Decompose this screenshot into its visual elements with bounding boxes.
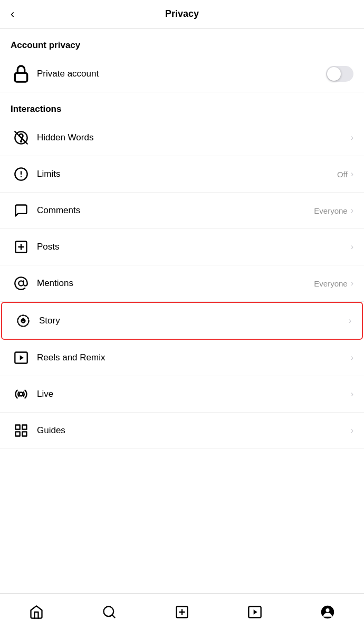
header: ‹ Privacy	[0, 0, 364, 28]
account-privacy-section-header: Account privacy	[0, 28, 364, 56]
story-item[interactable]: Story ›	[1, 302, 363, 340]
hidden-words-chevron: ›	[351, 133, 353, 142]
svg-line-21	[112, 615, 114, 617]
mentions-value: Everyone	[314, 279, 347, 288]
live-label: Live	[37, 389, 351, 399]
hidden-words-label: Hidden Words	[37, 132, 351, 143]
nav-search[interactable]	[93, 599, 125, 625]
limits-chevron: ›	[351, 169, 353, 179]
comments-chevron: ›	[351, 206, 353, 215]
svg-point-28	[325, 608, 330, 612]
mentions-chevron: ›	[351, 279, 353, 288]
comments-item[interactable]: Comments Everyone ›	[0, 193, 364, 229]
posts-label: Posts	[37, 242, 351, 252]
svg-rect-18	[16, 432, 20, 436]
search-icon	[102, 605, 117, 619]
live-item[interactable]: Live ›	[0, 376, 364, 413]
limits-item[interactable]: Limits Off ›	[0, 156, 364, 193]
story-label: Story	[39, 316, 349, 326]
guides-icon	[11, 420, 32, 441]
posts-chevron: ›	[351, 242, 353, 252]
comments-value: Everyone	[314, 206, 347, 215]
posts-item[interactable]: Posts ›	[0, 229, 364, 265]
limits-icon	[11, 164, 32, 185]
private-account-toggle[interactable]	[326, 66, 353, 82]
story-chevron: ›	[349, 316, 351, 326]
private-account-label: Private account	[37, 69, 326, 79]
hidden-words-item[interactable]: Hidden Words ›	[0, 120, 364, 156]
comments-label: Comments	[37, 205, 314, 216]
nav-profile[interactable]	[312, 599, 343, 625]
hidden-words-icon	[11, 127, 32, 148]
guides-label: Guides	[37, 425, 351, 436]
limits-value: Off	[337, 170, 348, 179]
bottom-nav	[0, 593, 364, 630]
nav-create[interactable]	[166, 599, 198, 625]
profile-icon	[320, 605, 335, 619]
back-button[interactable]: ‹	[11, 7, 14, 21]
mentions-item[interactable]: Mentions Everyone ›	[0, 265, 364, 302]
home-icon	[29, 605, 44, 619]
reels-chevron: ›	[351, 353, 353, 362]
comments-icon	[11, 200, 32, 221]
svg-rect-16	[16, 425, 20, 429]
guides-chevron: ›	[351, 426, 353, 435]
private-account-item[interactable]: Private account	[0, 56, 364, 92]
svg-marker-26	[254, 609, 257, 614]
svg-point-8	[18, 281, 23, 285]
live-chevron: ›	[351, 389, 353, 399]
reels-icon	[11, 347, 32, 368]
mentions-icon	[11, 273, 32, 294]
svg-marker-14	[20, 355, 24, 360]
svg-point-1	[21, 141, 22, 142]
reels-item[interactable]: Reels and Remix ›	[0, 340, 364, 376]
create-icon	[175, 605, 189, 619]
story-icon	[13, 310, 34, 331]
page-title: Privacy	[165, 8, 199, 20]
lock-icon	[11, 63, 32, 84]
svg-rect-19	[22, 432, 26, 436]
guides-item[interactable]: Guides ›	[0, 413, 364, 449]
svg-rect-17	[22, 425, 26, 429]
content-area: Account privacy Private account Interact…	[0, 28, 364, 491]
live-icon	[11, 384, 32, 405]
toggle-knob	[327, 67, 341, 81]
nav-reels[interactable]	[239, 599, 271, 625]
posts-icon	[11, 236, 32, 257]
svg-rect-0	[15, 73, 27, 82]
svg-point-15	[20, 393, 23, 396]
interactions-section-header: Interactions	[0, 92, 364, 120]
mentions-label: Mentions	[37, 278, 314, 289]
svg-point-4	[21, 176, 21, 177]
limits-label: Limits	[37, 169, 337, 179]
nav-home[interactable]	[21, 599, 52, 625]
reels-label: Reels and Remix	[37, 352, 351, 363]
reels-nav-icon	[247, 605, 262, 619]
